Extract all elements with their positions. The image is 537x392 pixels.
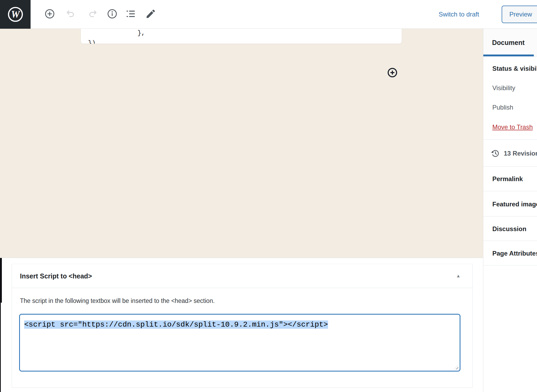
wordpress-editor: W <box>0 0 537 392</box>
admin-menu-edge <box>0 303 1 392</box>
metabox-description: The script in the following textbox will… <box>20 297 215 305</box>
revisions-button[interactable]: 13 Revisions <box>490 149 537 158</box>
sidebar-tabs: Document <box>483 29 537 56</box>
edit-mode-button[interactable] <box>145 8 157 20</box>
undo-button[interactable] <box>65 8 77 20</box>
insert-script-metabox: Insert Script to <head> ▲ The script in … <box>12 264 473 388</box>
tab-document[interactable]: Document <box>492 29 525 56</box>
plus-circle-icon <box>44 8 55 19</box>
pencil-icon <box>145 8 156 19</box>
undo-icon <box>65 8 76 19</box>
triangle-up-icon: ▲ <box>456 273 461 279</box>
admin-menu-edge <box>0 258 2 303</box>
divider <box>483 241 537 241</box>
info-icon <box>107 8 118 19</box>
revisions-count-label: 13 Revisions <box>504 150 537 157</box>
metabox-title: Insert Script to <head> <box>20 264 92 288</box>
add-block-button[interactable] <box>44 8 56 20</box>
divider <box>483 216 537 216</box>
svg-text:W: W <box>11 9 20 20</box>
permalink-panel-title[interactable]: Permalink <box>492 174 523 184</box>
code-line: }, <box>137 30 145 37</box>
switch-to-draft-link[interactable]: Switch to draft <box>439 11 479 18</box>
block-navigation-button[interactable] <box>125 8 137 20</box>
divider <box>483 139 537 140</box>
script-textarea[interactable]: <script src="https://cdn.split.io/sdk/sp… <box>19 314 460 372</box>
content-structure-button[interactable] <box>106 8 118 20</box>
revision-history-icon <box>490 149 500 158</box>
publish-label: Publish <box>492 103 513 112</box>
active-tab-indicator <box>483 55 534 56</box>
featured-image-panel-title[interactable]: Featured image <box>492 199 537 209</box>
block-inserter-button[interactable] <box>387 67 398 78</box>
divider <box>483 166 537 166</box>
code-block[interactable]: }, }) <box>81 29 402 44</box>
textarea-resize-handle[interactable] <box>454 365 458 369</box>
plus-circle-icon <box>387 67 398 78</box>
page-attributes-panel-title[interactable]: Page Attributes <box>492 249 537 258</box>
metabox-header[interactable]: Insert Script to <head> ▲ <box>12 264 472 288</box>
list-view-icon <box>125 8 136 19</box>
preview-button[interactable]: Preview <box>502 6 537 23</box>
redo-icon <box>87 8 98 19</box>
editor-header: W <box>0 0 537 29</box>
wordpress-logo-icon: W <box>6 5 25 24</box>
editor-canvas: }, }) <box>0 29 483 258</box>
selected-script-text: <script src="https://cdn.split.io/sdk/sp… <box>24 320 328 329</box>
visibility-label: Visibility <box>492 83 515 93</box>
divider <box>483 265 537 265</box>
code-line: }) <box>88 40 96 44</box>
status-visibility-panel-title[interactable]: Status & visibility <box>492 64 537 73</box>
move-to-trash-link[interactable]: Move to Trash <box>492 122 533 132</box>
settings-sidebar: Document Status & visibility Visibility … <box>483 29 537 392</box>
divider <box>483 191 537 191</box>
wordpress-logo-button[interactable]: W <box>0 0 31 29</box>
redo-button[interactable] <box>86 8 99 20</box>
discussion-panel-title[interactable]: Discussion <box>492 224 526 234</box>
collapse-metabox-button[interactable]: ▲ <box>454 272 463 281</box>
